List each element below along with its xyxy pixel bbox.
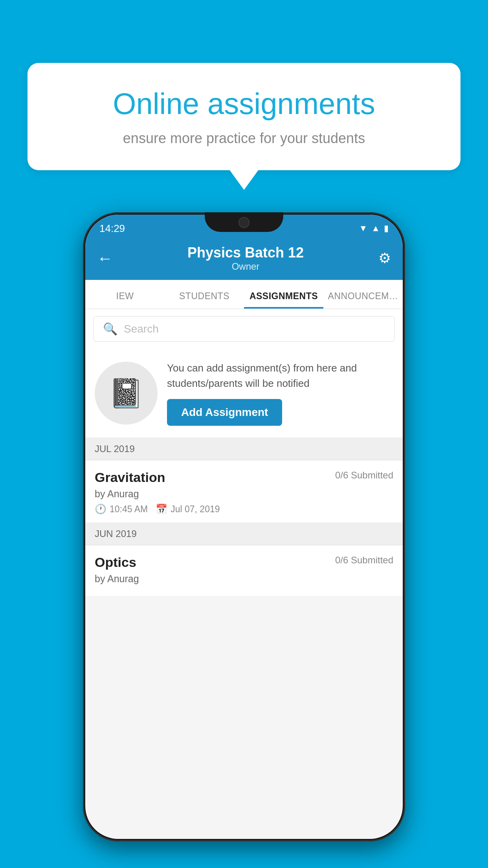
header-title: Physics Batch 12 — [113, 245, 378, 261]
battery-icon: ▮ — [384, 223, 389, 234]
tab-announcements[interactable]: ANNOUNCEM… — [323, 280, 403, 309]
assignment-item-gravitation[interactable]: Gravitation 0/6 Submitted by Anurag 🕐 10… — [85, 460, 403, 523]
phone-screen: 14:29 ▼ ▲ ▮ ← Physics Batch 12 Owner ⚙ I… — [85, 215, 403, 839]
tab-assignments[interactable]: ASSIGNMENTS — [244, 280, 323, 309]
promo-description: You can add assignment(s) from here and … — [167, 360, 393, 391]
tab-students[interactable]: STUDENTS — [165, 280, 244, 309]
notebook-icon: 📓 — [108, 377, 144, 410]
search-bar[interactable]: 🔍 Search — [93, 316, 395, 342]
phone-frame: 14:29 ▼ ▲ ▮ ← Physics Batch 12 Owner ⚙ I… — [83, 212, 405, 841]
assignment-item-optics[interactable]: Optics 0/6 Submitted by Anurag — [85, 545, 403, 597]
add-assignment-button[interactable]: Add Assignment — [167, 399, 282, 426]
assignment-submitted-optics: 0/6 Submitted — [335, 555, 393, 566]
gear-icon[interactable]: ⚙ — [378, 250, 391, 267]
assignment-top-optics: Optics 0/6 Submitted — [95, 555, 393, 570]
section-header-jun: JUN 2019 — [85, 523, 403, 545]
section-header-jul: JUL 2019 — [85, 438, 403, 460]
assignment-date: Jul 07, 2019 — [171, 504, 220, 515]
clock-icon: 🕐 — [95, 504, 106, 515]
promo-section: 📓 You can add assignment(s) from here an… — [85, 349, 403, 438]
status-icons: ▼ ▲ ▮ — [359, 223, 389, 234]
assignment-by: by Anurag — [95, 488, 393, 500]
search-input[interactable]: Search — [124, 323, 159, 335]
bubble-title: Online assignments — [55, 86, 433, 121]
assignment-meta: 🕐 10:45 AM 📅 Jul 07, 2019 — [95, 504, 393, 515]
phone-notch — [205, 212, 283, 232]
header-center: Physics Batch 12 Owner — [113, 245, 378, 272]
header-subtitle: Owner — [113, 261, 378, 272]
wifi-icon: ▼ — [359, 223, 367, 234]
meta-date: 📅 Jul 07, 2019 — [156, 504, 220, 515]
app-header: ← Physics Batch 12 Owner ⚙ — [85, 238, 403, 280]
calendar-icon: 📅 — [156, 504, 167, 515]
assignment-by-optics: by Anurag — [95, 573, 393, 585]
assignment-submitted: 0/6 Submitted — [335, 470, 393, 481]
meta-time: 🕐 10:45 AM — [95, 504, 148, 515]
promo-content: You can add assignment(s) from here and … — [167, 360, 393, 426]
phone-camera — [238, 217, 250, 228]
bubble-subtitle: ensure more practice for your students — [55, 130, 433, 147]
tab-iew[interactable]: IEW — [85, 280, 165, 309]
promo-icon-circle: 📓 — [95, 362, 158, 425]
status-time: 14:29 — [99, 223, 125, 235]
tabs-container: IEW STUDENTS ASSIGNMENTS ANNOUNCEM… — [85, 280, 403, 309]
assignment-name: Gravitation — [95, 470, 165, 485]
search-container: 🔍 Search — [85, 309, 403, 349]
assignment-time: 10:45 AM — [110, 504, 148, 515]
speech-bubble: Online assignments ensure more practice … — [28, 63, 460, 170]
phone-container: 14:29 ▼ ▲ ▮ ← Physics Batch 12 Owner ⚙ I… — [83, 212, 405, 841]
assignment-top: Gravitation 0/6 Submitted — [95, 470, 393, 485]
signal-icon: ▲ — [371, 223, 380, 234]
back-button[interactable]: ← — [97, 250, 113, 267]
search-icon: 🔍 — [103, 322, 117, 336]
assignment-name-optics: Optics — [95, 555, 136, 570]
